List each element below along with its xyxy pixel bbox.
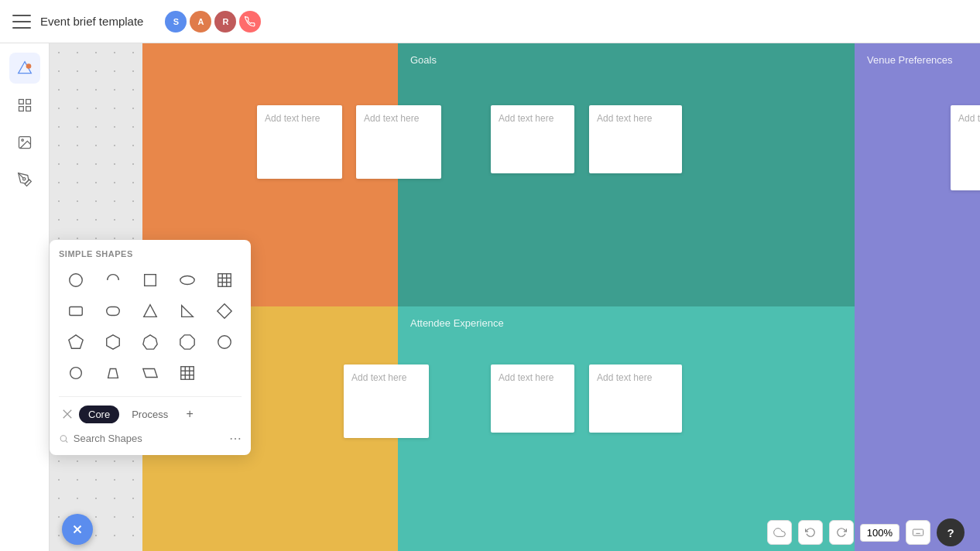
svg-point-8: [22, 178, 25, 180]
shape-circle[interactable]: [59, 266, 93, 294]
svg-marker-23: [107, 335, 120, 349]
sidebar-icon-shapes[interactable]: [9, 53, 40, 84]
shape-heptagon[interactable]: [133, 328, 167, 356]
card-orange-1[interactable]: Add text here: [257, 105, 342, 179]
collaborators: S A R: [165, 11, 261, 33]
card-attendee-2[interactable]: Add text here: [589, 364, 682, 433]
svg-rect-2: [19, 100, 23, 104]
card-goals-2[interactable]: Add text here: [589, 105, 682, 173]
card-yellow-1[interactable]: Add text here: [344, 364, 429, 438]
svg-point-26: [218, 336, 231, 349]
shape-parallelogram[interactable]: [133, 359, 167, 387]
search-shapes-input[interactable]: [74, 433, 229, 444]
svg-marker-21: [218, 304, 231, 318]
shapes-panel: SIMPLE SHAPES: [50, 240, 251, 455]
svg-rect-18: [107, 307, 120, 316]
card-attendee-1[interactable]: Add text here: [491, 364, 574, 433]
bottombar: 100% ?: [50, 514, 980, 551]
card-goals-1[interactable]: Add text here: [491, 105, 574, 173]
shapes-tabs: Core Process +: [59, 396, 242, 423]
shape-trapezoid[interactable]: [96, 359, 130, 387]
svg-point-27: [70, 368, 82, 379]
redo-button[interactable]: [829, 520, 854, 545]
sidebar-icon-drawing[interactable]: [9, 164, 40, 195]
shape-triangle[interactable]: [133, 297, 167, 325]
shape-ellipse[interactable]: [170, 266, 204, 294]
svg-rect-37: [913, 529, 923, 536]
close-panel-button[interactable]: [62, 514, 93, 545]
help-button[interactable]: ?: [937, 518, 965, 546]
svg-point-1: [26, 63, 31, 69]
section-goals: Goals: [398, 43, 855, 306]
cloud-save-button[interactable]: [767, 520, 792, 545]
shape-grid[interactable]: [170, 359, 204, 387]
svg-point-9: [70, 274, 83, 287]
shapes-section-title: SIMPLE SHAPES: [59, 249, 242, 258]
svg-marker-20: [182, 306, 194, 317]
search-row: ⋯: [59, 431, 242, 446]
svg-rect-5: [26, 107, 30, 111]
sidebar-icon-frames[interactable]: [9, 90, 40, 121]
svg-line-36: [66, 440, 67, 442]
svg-point-35: [60, 435, 66, 440]
shape-right-triangle[interactable]: [170, 297, 204, 325]
avatar-1[interactable]: S: [165, 11, 187, 33]
shape-circle-2[interactable]: [207, 328, 242, 356]
tab-process[interactable]: Process: [122, 406, 177, 423]
shape-diamond[interactable]: [207, 297, 242, 325]
shape-octagon[interactable]: [170, 328, 204, 356]
svg-marker-29: [143, 369, 157, 378]
avatar-2[interactable]: A: [190, 11, 211, 33]
tab-icon: [59, 406, 76, 423]
template-area: Goals Venue Preferences Attendee Experie…: [142, 43, 980, 551]
sidebar-icon-images[interactable]: [9, 127, 40, 158]
svg-point-11: [180, 276, 194, 285]
svg-point-7: [21, 139, 22, 142]
shape-pentagon[interactable]: [59, 328, 93, 356]
shape-arc[interactable]: [96, 266, 130, 294]
svg-marker-28: [108, 369, 118, 378]
shapes-grid: [59, 266, 242, 387]
search-wrap: [59, 433, 229, 444]
tab-core[interactable]: Core: [79, 406, 119, 423]
svg-marker-22: [69, 335, 83, 348]
card-orange-2[interactable]: Add text here: [356, 105, 441, 179]
add-tab-button[interactable]: +: [180, 405, 199, 423]
document-title: Event brief template: [40, 15, 143, 28]
search-icon: [59, 433, 69, 444]
more-options-button[interactable]: ⋯: [229, 431, 242, 446]
shape-rounded-rect[interactable]: [59, 297, 93, 325]
shape-oval[interactable]: [59, 359, 93, 387]
svg-rect-30: [181, 367, 194, 380]
card-venue-1[interactable]: Add text here: [951, 105, 980, 190]
shape-table[interactable]: [207, 266, 242, 294]
venue-label: Venue Preferences: [867, 54, 953, 66]
goals-label: Goals: [410, 54, 437, 66]
call-button[interactable]: [239, 11, 261, 33]
svg-rect-12: [218, 274, 231, 287]
svg-rect-4: [19, 107, 23, 111]
svg-marker-19: [144, 305, 157, 317]
keyboard-button[interactable]: [906, 520, 930, 545]
svg-rect-17: [70, 307, 83, 316]
undo-button[interactable]: [798, 520, 823, 545]
avatar-3[interactable]: R: [214, 11, 236, 33]
shape-square[interactable]: [133, 266, 167, 294]
topbar: Event brief template S A R: [0, 0, 980, 43]
menu-button[interactable]: [12, 12, 31, 31]
zoom-level[interactable]: 100%: [860, 524, 899, 542]
shape-hexagon[interactable]: [96, 328, 130, 356]
svg-marker-24: [143, 335, 157, 349]
svg-rect-3: [26, 100, 30, 104]
svg-rect-10: [145, 275, 156, 286]
attendee-label: Attendee Experience: [410, 317, 504, 329]
left-sidebar: [0, 43, 50, 551]
shape-stadium[interactable]: [96, 297, 130, 325]
svg-marker-25: [180, 335, 194, 349]
